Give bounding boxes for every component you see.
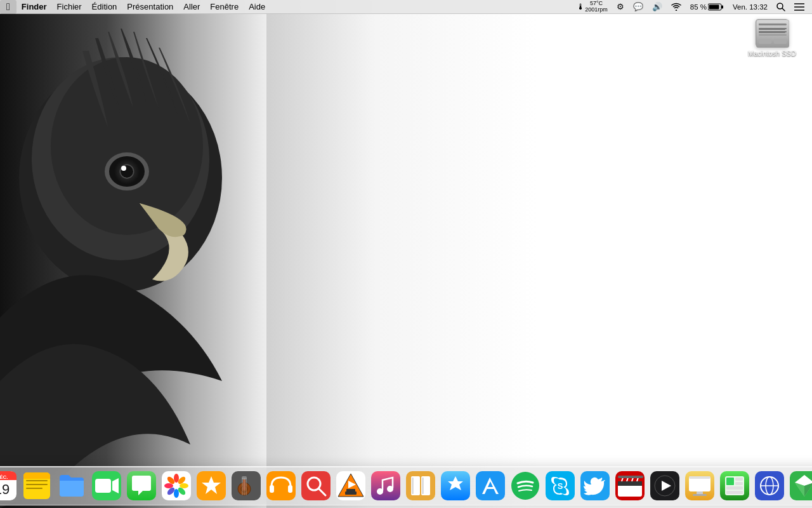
dock-books[interactable] (404, 469, 437, 502)
battery-percent: 85 % (690, 3, 707, 11)
menu-aide[interactable]: Aide (244, 0, 270, 14)
svg-rect-90 (288, 485, 292, 493)
svg-rect-11 (759, 28, 787, 29)
apple-icon:  (6, 1, 10, 13)
control-center-button[interactable] (792, 0, 807, 14)
dock-photos[interactable] (160, 469, 193, 502)
dock-skype[interactable]: S (544, 469, 577, 502)
svg-rect-18 (709, 4, 719, 9)
control-center-icon (794, 3, 804, 11)
activity-monitor-status[interactable]: ⚙ (614, 0, 627, 14)
svg-point-8 (121, 166, 126, 171)
dock-video-editor[interactable] (613, 469, 646, 502)
desktop: Macintosh SSD (0, 0, 812, 508)
svg-rect-122 (618, 476, 643, 478)
svg-rect-136 (726, 486, 743, 490)
svg-rect-15 (774, 39, 787, 44)
battery-icon (708, 3, 724, 11)
clock-display[interactable]: Ven. 13:32 (730, 0, 770, 14)
temp-rpm-display: 57°C 2001rpm (585, 1, 608, 13)
macintosh-ssd-icon[interactable]: Macintosh SSD (750, 19, 794, 57)
svg-rect-110 (485, 487, 495, 489)
svg-rect-133 (726, 478, 734, 485)
svg-rect-14 (759, 39, 771, 44)
temperature-status[interactable]: 🌡 57°C 2001rpm (574, 0, 610, 14)
volume-status[interactable]: 🔊 (650, 0, 665, 14)
drive-icon (756, 19, 789, 47)
dock-facetime[interactable] (90, 469, 123, 502)
dock-calendar[interactable]: DÉC. 19 (0, 469, 18, 502)
svg-rect-130 (693, 494, 707, 496)
svg-rect-103 (406, 471, 435, 500)
fan-icon: ⚙ (617, 2, 624, 11)
dock-spotify[interactable] (509, 469, 542, 502)
spotlight-button[interactable] (774, 0, 788, 14)
svg-rect-17 (721, 5, 723, 8)
svg-rect-61 (26, 488, 43, 489)
dock-numbers[interactable] (718, 469, 751, 502)
svg-rect-134 (735, 478, 743, 481)
svg-point-101 (377, 488, 383, 495)
dock: DÉC. 19 (0, 454, 812, 508)
app-name-menu[interactable]: Finder (16, 0, 52, 14)
svg-point-77 (173, 483, 180, 489)
dock-keynote[interactable] (683, 469, 716, 502)
menubar-right: 🌡 57°C 2001rpm ⚙ 💬 🔊 (574, 0, 812, 14)
dock-container: DÉC. 19 (0, 466, 812, 505)
svg-rect-135 (735, 482, 743, 485)
menubar-left:  Finder Fichier Édition Présentation Al… (0, 0, 574, 14)
svg-point-71 (180, 483, 188, 488)
dock-path-finder[interactable] (55, 469, 88, 502)
apple-menu[interactable]:  (0, 0, 16, 14)
menu-presentation[interactable]: Présentation (122, 0, 178, 14)
dock-testflight[interactable] (474, 469, 507, 502)
dock-recall[interactable] (299, 469, 332, 502)
svg-rect-65 (95, 479, 111, 493)
temp-icon: 🌡 (577, 2, 585, 11)
dock-final-cut[interactable] (648, 469, 681, 502)
svg-line-20 (782, 8, 785, 11)
dock-sims[interactable] (788, 469, 813, 502)
svg-text:DÉC.: DÉC. (0, 474, 8, 480)
svg-rect-12 (759, 31, 787, 32)
dock-twitter[interactable] (579, 469, 612, 502)
svg-rect-89 (270, 485, 274, 493)
speech-icon: 💬 (633, 2, 643, 11)
menu-fichier[interactable]: Fichier (52, 0, 87, 14)
search-icon (776, 3, 785, 11)
dock-web-editor[interactable] (753, 469, 786, 502)
menu-edition[interactable]: Édition (87, 0, 122, 14)
svg-rect-137 (726, 491, 743, 494)
dock-stickies[interactable] (20, 469, 53, 502)
svg-rect-10 (759, 23, 787, 25)
dock-guitar[interactable] (230, 469, 263, 502)
wifi-status[interactable] (669, 0, 684, 14)
svg-rect-59 (26, 480, 48, 481)
svg-text:19: 19 (0, 481, 10, 497)
menu-aller[interactable]: Aller (178, 0, 205, 14)
volume-icon: 🔊 (652, 2, 662, 11)
svg-point-75 (164, 483, 173, 488)
dock-appstore[interactable] (439, 469, 472, 502)
svg-rect-107 (422, 478, 424, 494)
dock-vlc[interactable] (334, 469, 367, 502)
notification-status[interactable]: 💬 (631, 0, 646, 14)
svg-text:S: S (557, 481, 563, 491)
dock-overcast[interactable] (265, 469, 298, 502)
wifi-icon (671, 3, 681, 11)
dock-music[interactable] (369, 469, 402, 502)
svg-rect-100 (371, 471, 400, 500)
battery-status[interactable]: 85 % (688, 0, 726, 14)
svg-point-102 (387, 486, 393, 492)
svg-rect-128 (689, 476, 710, 479)
svg-rect-60 (26, 484, 48, 485)
svg-rect-91 (301, 471, 331, 500)
svg-rect-117 (618, 481, 642, 486)
menubar:  Finder Fichier Édition Présentation Al… (0, 0, 812, 14)
svg-point-73 (174, 489, 179, 498)
svg-rect-106 (412, 478, 414, 494)
menu-fenetre[interactable]: Fenêtre (205, 0, 244, 14)
svg-rect-13 (759, 34, 787, 36)
dock-reeder[interactable] (195, 469, 228, 502)
dock-messages[interactable] (125, 469, 158, 502)
